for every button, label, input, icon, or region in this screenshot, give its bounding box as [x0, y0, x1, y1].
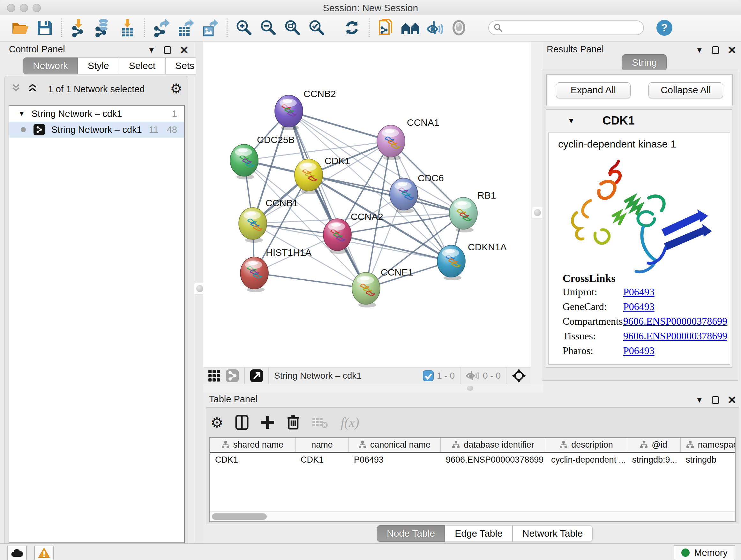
maximize-panel-icon[interactable] — [164, 46, 172, 54]
protein-section-header[interactable]: ▼ CDK1 — [546, 110, 732, 132]
search-input[interactable] — [488, 20, 644, 35]
hidden-elements-eye-icon[interactable] — [466, 370, 480, 381]
table-horizontal-scrollbar[interactable] — [210, 511, 735, 521]
view-grid-icon[interactable] — [208, 369, 220, 382]
cloud-status-button[interactable] — [7, 546, 27, 560]
zoom-selected-button[interactable] — [305, 17, 329, 38]
import-network-database-button[interactable] — [91, 17, 115, 38]
zoom-fit-button[interactable] — [280, 17, 305, 38]
crosslink-link[interactable]: 9606.ENSP00000378699 — [623, 330, 727, 342]
right-splitter[interactable] — [531, 42, 543, 393]
float-panel-icon[interactable]: ▼ — [696, 46, 703, 54]
delete-column-icon[interactable] — [287, 415, 300, 430]
expand-all-button[interactable]: Expand All — [556, 82, 630, 98]
section-caret-icon[interactable]: ▼ — [567, 116, 575, 125]
network-node-RB1[interactable] — [449, 197, 477, 233]
export-network-button[interactable] — [149, 17, 174, 38]
column-header-@id[interactable]: @id — [627, 438, 681, 452]
crosslink-link[interactable]: 9606.ENSP00000378699 — [623, 315, 727, 327]
table-cell[interactable]: P06493 — [349, 453, 441, 467]
network-edge[interactable] — [337, 235, 451, 261]
zoom-out-button[interactable] — [256, 17, 280, 38]
column-header-database-identifier[interactable]: database identifier — [441, 438, 546, 452]
refresh-view-button[interactable] — [340, 17, 364, 38]
network-canvas[interactable]: CCNB2CCNA1CDC25BCDK1CDC6RB1CCNB1CCNA2CDK… — [203, 42, 531, 367]
open-in-new-window-icon[interactable] — [250, 369, 263, 382]
table-cell[interactable]: stringdb:9... — [627, 453, 681, 467]
copy-network-clipboard-button[interactable] — [374, 17, 398, 38]
function-builder-button[interactable]: f(x) — [340, 415, 359, 430]
network-node-CCNB2[interactable] — [275, 95, 303, 130]
network-collection-row[interactable]: ▼ String Network – cdk1 1 — [9, 106, 184, 122]
export-table-button[interactable] — [174, 17, 198, 38]
import-network-file-button[interactable] — [67, 17, 91, 38]
toggle-graphics-details-button[interactable] — [422, 17, 447, 38]
memory-button[interactable]: Memory — [674, 545, 735, 560]
crosslink-link[interactable]: P06493 — [623, 301, 655, 313]
column-header-description[interactable]: description — [546, 438, 627, 452]
crosslink-row: Compartments:9606.ENSP00000378699 — [562, 314, 729, 328]
network-node-CCNA2[interactable] — [323, 219, 351, 254]
open-session-button[interactable] — [8, 17, 32, 38]
zoom-in-button[interactable] — [232, 17, 256, 38]
show-columns-icon[interactable] — [235, 415, 249, 430]
left-splitter[interactable] — [196, 42, 204, 543]
network-node-CCNB1[interactable] — [239, 207, 267, 243]
crosslink-link[interactable]: P06493 — [623, 345, 655, 357]
table-cell[interactable]: cyclin-dependent ... — [546, 453, 627, 467]
network-edge[interactable] — [289, 111, 366, 288]
network-options-gear-icon[interactable]: ⚙ — [170, 81, 182, 97]
tab-network-table[interactable]: Network Table — [513, 525, 593, 542]
splitter-handle[interactable] — [467, 386, 473, 391]
network-row[interactable]: String Network – cdk1 11 48 — [9, 122, 184, 138]
close-panel-icon[interactable]: ✕ — [180, 45, 189, 56]
export-image-button[interactable] — [198, 17, 222, 38]
add-column-icon[interactable] — [261, 415, 275, 429]
maximize-panel-icon[interactable] — [712, 396, 719, 404]
float-panel-icon[interactable]: ▼ — [696, 396, 703, 404]
tab-select[interactable]: Select — [119, 57, 165, 74]
float-panel-icon[interactable]: ▼ — [148, 46, 155, 54]
column-header-name[interactable]: name — [295, 438, 349, 452]
warnings-button[interactable] — [34, 546, 54, 560]
tab-node-table[interactable]: Node Table — [377, 525, 445, 542]
column-header-canonical-name[interactable]: canonical name — [349, 438, 441, 452]
scrollbar-thumb[interactable] — [212, 513, 267, 520]
collection-label: String Network – cdk1 — [31, 109, 122, 119]
close-panel-icon[interactable]: ✕ — [728, 395, 737, 406]
tab-edge-table[interactable]: Edge Table — [445, 525, 513, 542]
network-node-CCNA1[interactable] — [377, 125, 405, 160]
birds-eye-view-button[interactable] — [447, 17, 471, 38]
save-session-button[interactable] — [32, 17, 57, 38]
column-header-namespace[interactable]: namespace — [681, 438, 736, 452]
network-node-CCNE1[interactable] — [352, 272, 380, 307]
table-row[interactable]: CDK1CDK1P064939606.ENSP00000378699cyclin… — [210, 453, 735, 467]
tab-network[interactable]: Network — [23, 57, 78, 74]
table-cell[interactable]: 9606.ENSP00000378699 — [441, 453, 546, 467]
table-cell[interactable]: CDK1 — [210, 453, 295, 467]
network-node-CDKN1A[interactable] — [437, 245, 465, 280]
table-cell[interactable]: CDK1 — [295, 453, 349, 467]
tab-style[interactable]: Style — [78, 57, 119, 74]
splitter-handle[interactable] — [532, 207, 543, 219]
table-options-gear-icon[interactable]: ⚙ — [211, 415, 223, 431]
network-edge[interactable] — [254, 273, 366, 288]
tab-string[interactable]: String — [622, 54, 667, 71]
help-button[interactable]: ? — [652, 17, 677, 38]
collapse-all-button[interactable]: Collapse All — [649, 82, 723, 98]
import-table-file-button[interactable] — [115, 17, 139, 38]
table-cell[interactable]: stringdb — [681, 453, 736, 467]
fit-selected-crosshair-icon[interactable] — [512, 368, 526, 383]
share-view-icon[interactable] — [226, 369, 239, 382]
network-node-CDC25B[interactable] — [230, 144, 258, 179]
network-node-CDK1[interactable] — [294, 159, 323, 194]
column-header-shared-name[interactable]: shared name — [210, 438, 295, 452]
crosslink-link[interactable]: P06493 — [623, 286, 655, 298]
network-node-HIST1H1A[interactable] — [240, 257, 268, 292]
network-edge[interactable] — [289, 111, 391, 141]
selected-nodes-checkbox-icon[interactable] — [423, 370, 434, 381]
string-home-button[interactable] — [398, 17, 422, 38]
close-panel-icon[interactable]: ✕ — [728, 45, 737, 56]
tree-caret-icon[interactable]: ▼ — [18, 110, 25, 118]
maximize-panel-icon[interactable] — [712, 46, 719, 54]
